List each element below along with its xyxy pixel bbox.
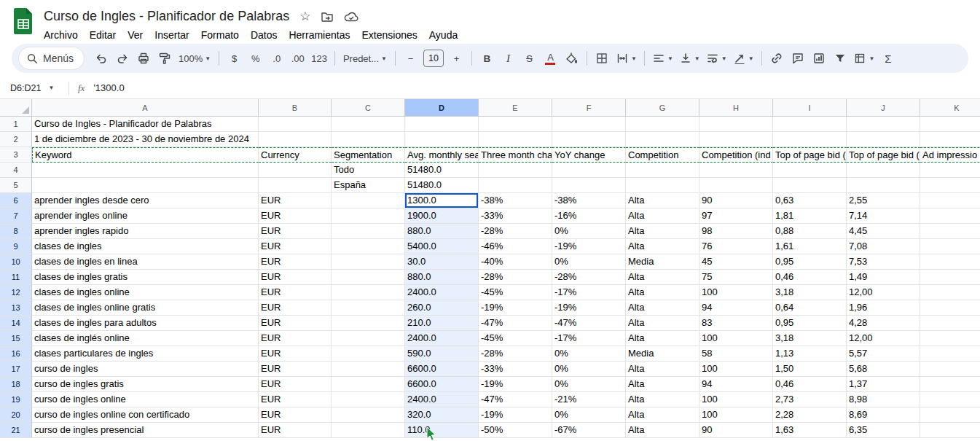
cell-F13[interactable]: -19% [552,300,626,316]
doc-title[interactable]: Curso de Ingles - Planificador de Palabr… [44,9,289,24]
cell-G10[interactable]: Media [626,254,699,270]
column-header-D[interactable]: D [405,99,479,117]
cell-H16[interactable]: 58 [699,346,773,362]
row-header-10[interactable]: 10 [0,254,32,270]
cell-I12[interactable]: 3,18 [773,285,847,300]
cell-E9[interactable]: -46% [479,239,552,254]
cell-B9[interactable]: EUR [259,239,332,254]
cell-D2[interactable] [405,132,479,147]
cell-F15[interactable]: -17% [552,331,626,346]
menu-datos[interactable]: Datos [245,27,283,43]
row-header-3[interactable]: 3 [0,147,32,163]
cell-D1[interactable] [405,117,479,132]
cell-C8[interactable] [332,224,405,239]
cell-C18[interactable] [332,377,405,392]
cell-H21[interactable]: 90 [699,423,773,438]
cell-H14[interactable]: 83 [699,316,773,331]
cell-D8[interactable]: 880.0 [405,224,479,239]
cell-J12[interactable]: 12,00 [847,285,920,300]
font-style-select[interactable]: Predet...▼ [340,48,390,69]
cell-I3[interactable]: Top of page bid ( [773,147,847,163]
cell-J14[interactable]: 4,28 [847,316,920,331]
cell-A14[interactable]: clases de ingles para adultos [32,316,259,331]
cell-F7[interactable]: -16% [552,208,626,224]
cell-I16[interactable]: 1,13 [773,346,847,362]
cell-B18[interactable]: EUR [259,377,332,392]
cell-G16[interactable]: Media [626,346,699,362]
star-icon[interactable]: ☆ [299,10,310,23]
cell-B3[interactable]: Currency [259,147,332,163]
cell-B12[interactable]: EUR [259,285,332,300]
cell-A21[interactable]: curso de ingles presencial [32,423,259,438]
row-header-18[interactable]: 18 [0,377,32,392]
increase-font-size-button[interactable]: + [447,48,466,69]
cell-D17[interactable]: 6600.0 [405,362,479,377]
column-header-J[interactable]: J [847,99,920,117]
menu-ayuda[interactable]: Ayuda [423,27,463,43]
cell-D20[interactable]: 320.0 [405,407,479,423]
cell-F19[interactable]: -21% [552,392,626,407]
row-header-9[interactable]: 9 [0,239,32,254]
cloud-status-icon[interactable] [344,11,358,23]
cell-H1[interactable] [699,117,773,132]
cell-C4[interactable]: Todo [332,163,405,178]
cell-I8[interactable]: 0,88 [773,224,847,239]
cell-G18[interactable]: Alta [626,377,699,392]
cell-D21[interactable]: 110.0 [405,423,479,438]
cell-H13[interactable]: 94 [699,300,773,316]
cell-A6[interactable]: aprender ingles desde cero [32,193,259,208]
cell-E19[interactable]: -47% [479,392,552,407]
cell-G5[interactable] [626,178,699,193]
cell-I15[interactable]: 3,18 [773,331,847,346]
functions-button[interactable]: Σ [879,48,898,69]
cell-E16[interactable]: -28% [479,346,552,362]
cell-H8[interactable]: 98 [699,224,773,239]
cell-J10[interactable]: 7,53 [847,254,920,270]
cell-C21[interactable] [332,423,405,438]
row-header-11[interactable]: 11 [0,270,32,285]
cell-E5[interactable] [479,178,552,193]
cell-G14[interactable]: Alta [626,316,699,331]
cell-F9[interactable]: -19% [552,239,626,254]
cell-E15[interactable]: -45% [479,331,552,346]
cell-F8[interactable]: 0% [552,224,626,239]
text-wrap-button[interactable]: ▼ [704,48,729,69]
merge-cells-button[interactable]: ▼ [614,48,639,69]
cell-G1[interactable] [626,117,699,132]
cell-J1[interactable] [847,117,920,132]
cell-H18[interactable]: 94 [699,377,773,392]
cell-D18[interactable]: 6600.0 [405,377,479,392]
cell-H7[interactable]: 97 [699,208,773,224]
cell-F21[interactable]: -67% [552,423,626,438]
cell-K9[interactable] [920,239,980,254]
insert-chart-button[interactable] [810,48,829,69]
cell-K16[interactable] [920,346,980,362]
cell-D3[interactable]: Avg. monthly sea [405,147,479,163]
column-header-G[interactable]: G [626,99,699,117]
cell-H12[interactable]: 100 [699,285,773,300]
cell-A7[interactable]: aprender ingles online [32,208,259,224]
cell-I5[interactable] [773,178,847,193]
cell-K13[interactable] [920,300,980,316]
cell-G9[interactable]: Alta [626,239,699,254]
cell-K17[interactable] [920,362,980,377]
cell-K8[interactable] [920,224,980,239]
cell-C7[interactable] [332,208,405,224]
zoom-select[interactable]: 100%▼ [176,48,213,69]
column-header-F[interactable]: F [552,99,626,117]
cell-F11[interactable]: -28% [552,270,626,285]
cell-C14[interactable] [332,316,405,331]
redo-button[interactable] [112,48,132,69]
cell-A9[interactable]: clases de ingles [32,239,259,254]
cell-A5[interactable] [32,178,259,193]
cell-I7[interactable]: 1,81 [773,208,847,224]
cell-J5[interactable] [847,178,920,193]
cell-B10[interactable]: EUR [259,254,332,270]
cell-I11[interactable]: 0,46 [773,270,847,285]
cell-B16[interactable]: EUR [259,346,332,362]
cell-H10[interactable]: 45 [699,254,773,270]
row-header-1[interactable]: 1 [0,117,32,132]
cell-H9[interactable]: 76 [699,239,773,254]
cell-C19[interactable] [332,392,405,407]
cell-H19[interactable]: 100 [699,392,773,407]
